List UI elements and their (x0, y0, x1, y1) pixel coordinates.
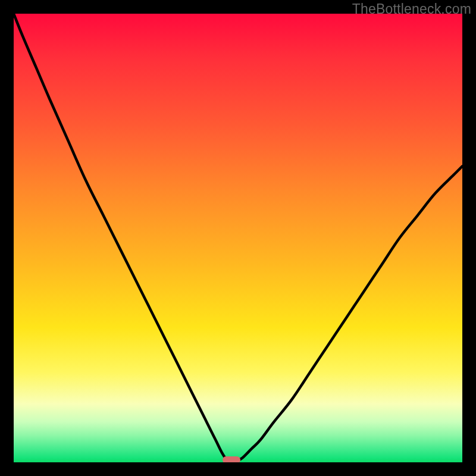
chart-container: TheBottleneck.com (0, 0, 476, 476)
bottleneck-marker (223, 456, 240, 462)
plot-area (14, 14, 462, 462)
right-curve (238, 166, 462, 460)
watermark-text: TheBottleneck.com (352, 1, 471, 17)
curve-layer (14, 14, 462, 462)
left-curve (14, 14, 227, 460)
